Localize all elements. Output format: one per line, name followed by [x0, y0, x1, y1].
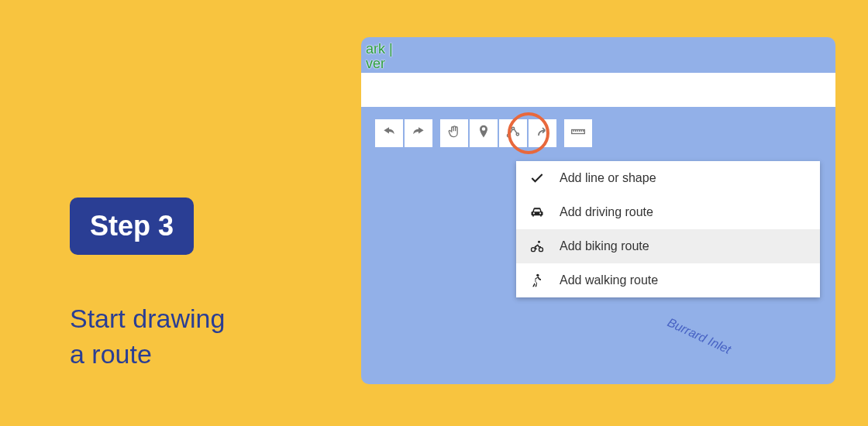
car-icon: [529, 204, 546, 221]
redo-icon: [411, 124, 426, 143]
menu-label: Add line or shape: [560, 171, 656, 185]
menu-label: Add walking route: [560, 273, 658, 287]
marker-icon: [476, 124, 491, 143]
toolbar: [375, 119, 592, 147]
directions-button[interactable]: [529, 119, 556, 147]
step-title-line2: a route: [70, 337, 225, 373]
svg-point-5: [539, 248, 543, 252]
ruler-icon: [570, 124, 586, 143]
menu-add-driving-route[interactable]: Add driving route: [516, 195, 820, 229]
menu-add-biking-route[interactable]: Add biking route: [516, 229, 820, 263]
check-icon: [529, 170, 546, 187]
redo-button[interactable]: [405, 119, 432, 147]
water-label: Burrard Inlet: [665, 315, 732, 357]
draw-menu: Add line or shape Add driving route Add …: [516, 161, 820, 297]
walk-icon: [529, 272, 546, 289]
svg-point-4: [532, 248, 536, 252]
step-title: Start drawing a route: [70, 301, 225, 373]
undo-icon: [381, 124, 397, 143]
pan-button[interactable]: [440, 119, 468, 147]
map-panel: ark | ver: [361, 37, 835, 384]
menu-label: Add driving route: [560, 205, 653, 219]
arrow-icon: [535, 124, 550, 143]
step-badge: Step 3: [70, 198, 194, 255]
svg-point-7: [536, 274, 539, 277]
line-icon: [505, 124, 521, 143]
bike-icon: [529, 238, 546, 255]
search-bar[interactable]: [361, 73, 835, 107]
map-label-line1: ark |: [366, 42, 393, 57]
menu-label: Add biking route: [560, 239, 649, 253]
menu-add-walking-route[interactable]: Add walking route: [516, 263, 820, 297]
svg-point-6: [538, 241, 540, 243]
hand-icon: [446, 124, 462, 143]
svg-point-0: [508, 134, 510, 136]
map-label-topleft: ark | ver: [366, 42, 393, 71]
line-button[interactable]: [499, 119, 527, 147]
marker-button[interactable]: [470, 119, 498, 147]
map-label-line2: ver: [366, 57, 393, 71]
measure-button[interactable]: [564, 119, 592, 147]
undo-button[interactable]: [375, 119, 403, 147]
step-title-line1: Start drawing: [70, 301, 225, 337]
menu-add-line-or-shape[interactable]: Add line or shape: [516, 161, 820, 195]
